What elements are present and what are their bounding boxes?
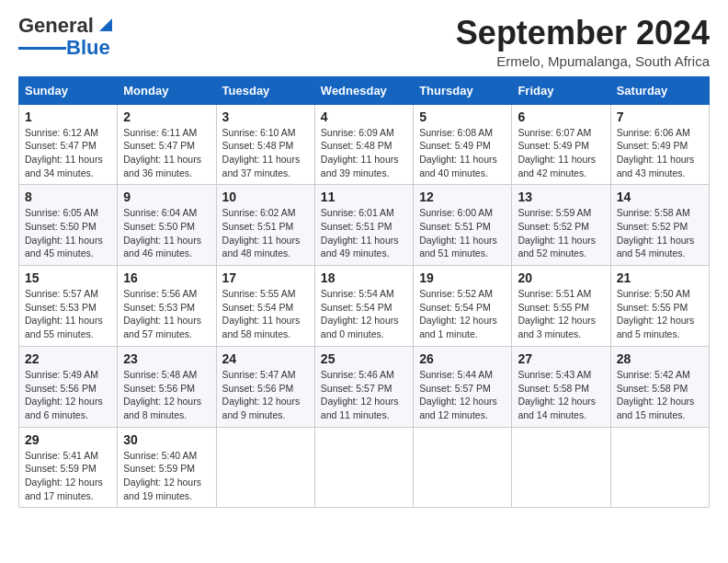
table-row — [414, 427, 512, 508]
calendar-week-row: 22Sunrise: 5:49 AMSunset: 5:56 PMDayligh… — [19, 346, 710, 427]
table-row: 5Sunrise: 6:08 AMSunset: 5:49 PMDaylight… — [414, 104, 512, 185]
table-row: 28Sunrise: 5:42 AMSunset: 5:58 PMDayligh… — [610, 346, 709, 427]
col-wednesday: Wednesday — [314, 76, 413, 104]
table-row: 27Sunrise: 5:43 AMSunset: 5:58 PMDayligh… — [512, 346, 610, 427]
svg-marker-0 — [99, 18, 112, 31]
day-number: 2 — [123, 109, 210, 124]
table-row: 6Sunrise: 6:07 AMSunset: 5:49 PMDaylight… — [512, 104, 610, 185]
table-row: 12Sunrise: 6:00 AMSunset: 5:51 PMDayligh… — [414, 185, 512, 266]
day-info: Sunrise: 5:55 AMSunset: 5:54 PMDaylight:… — [222, 287, 309, 341]
day-number: 28 — [617, 351, 703, 366]
day-info: Sunrise: 6:12 AMSunset: 5:47 PMDaylight:… — [25, 126, 111, 180]
table-row: 19Sunrise: 5:52 AMSunset: 5:54 PMDayligh… — [414, 266, 512, 347]
day-number: 21 — [617, 270, 703, 285]
calendar-week-row: 15Sunrise: 5:57 AMSunset: 5:53 PMDayligh… — [19, 266, 710, 347]
day-info: Sunrise: 5:41 AMSunset: 5:59 PMDaylight:… — [25, 449, 111, 503]
day-info: Sunrise: 5:58 AMSunset: 5:52 PMDaylight:… — [617, 206, 703, 260]
table-row: 26Sunrise: 5:44 AMSunset: 5:57 PMDayligh… — [414, 346, 512, 427]
table-row: 10Sunrise: 6:02 AMSunset: 5:51 PMDayligh… — [216, 185, 314, 266]
col-sunday: Sunday — [19, 76, 118, 104]
table-row: 17Sunrise: 5:55 AMSunset: 5:54 PMDayligh… — [216, 266, 314, 347]
day-number: 4 — [321, 109, 407, 124]
day-info: Sunrise: 5:59 AMSunset: 5:52 PMDaylight:… — [518, 206, 604, 260]
day-number: 29 — [25, 432, 111, 447]
table-row: 13Sunrise: 5:59 AMSunset: 5:52 PMDayligh… — [512, 185, 610, 266]
table-row: 18Sunrise: 5:54 AMSunset: 5:54 PMDayligh… — [314, 266, 413, 347]
table-row — [610, 427, 709, 508]
day-number: 6 — [518, 109, 604, 124]
day-info: Sunrise: 6:07 AMSunset: 5:49 PMDaylight:… — [518, 126, 604, 180]
table-row — [216, 427, 314, 508]
day-info: Sunrise: 6:09 AMSunset: 5:48 PMDaylight:… — [321, 126, 407, 180]
day-number: 7 — [617, 109, 703, 124]
day-info: Sunrise: 6:04 AMSunset: 5:50 PMDaylight:… — [123, 206, 210, 260]
col-friday: Friday — [512, 76, 610, 104]
day-info: Sunrise: 5:40 AMSunset: 5:59 PMDaylight:… — [123, 449, 210, 503]
day-info: Sunrise: 5:43 AMSunset: 5:58 PMDaylight:… — [518, 368, 604, 422]
table-row: 7Sunrise: 6:06 AMSunset: 5:49 PMDaylight… — [610, 104, 709, 185]
day-number: 16 — [123, 270, 210, 285]
table-row — [314, 427, 413, 508]
page: General Blue September 2024 Ermelo, Mpum… — [0, 0, 728, 523]
day-number: 9 — [123, 190, 210, 204]
day-info: Sunrise: 5:42 AMSunset: 5:58 PMDaylight:… — [617, 368, 703, 422]
table-row: 8Sunrise: 6:05 AMSunset: 5:50 PMDaylight… — [19, 185, 118, 266]
day-info: Sunrise: 6:01 AMSunset: 5:51 PMDaylight:… — [321, 206, 407, 260]
table-row: 20Sunrise: 5:51 AMSunset: 5:55 PMDayligh… — [512, 266, 610, 347]
day-info: Sunrise: 6:08 AMSunset: 5:49 PMDaylight:… — [419, 126, 506, 180]
day-info: Sunrise: 5:56 AMSunset: 5:53 PMDaylight:… — [123, 287, 210, 341]
logo-blue-text: Blue — [66, 37, 110, 59]
table-row: 9Sunrise: 6:04 AMSunset: 5:50 PMDaylight… — [118, 185, 216, 266]
table-row: 2Sunrise: 6:11 AMSunset: 5:47 PMDaylight… — [118, 104, 216, 185]
day-number: 24 — [222, 351, 309, 366]
col-thursday: Thursday — [414, 76, 512, 104]
day-info: Sunrise: 6:10 AMSunset: 5:48 PMDaylight:… — [222, 126, 309, 180]
table-row — [512, 427, 610, 508]
day-info: Sunrise: 5:54 AMSunset: 5:54 PMDaylight:… — [321, 287, 407, 341]
table-row: 23Sunrise: 5:48 AMSunset: 5:56 PMDayligh… — [118, 346, 216, 427]
day-info: Sunrise: 6:11 AMSunset: 5:47 PMDaylight:… — [123, 126, 210, 180]
day-number: 8 — [25, 190, 111, 204]
table-row: 29Sunrise: 5:41 AMSunset: 5:59 PMDayligh… — [19, 427, 118, 508]
day-info: Sunrise: 5:48 AMSunset: 5:56 PMDaylight:… — [123, 368, 210, 422]
day-number: 19 — [419, 270, 506, 285]
col-tuesday: Tuesday — [216, 76, 314, 104]
table-row: 21Sunrise: 5:50 AMSunset: 5:55 PMDayligh… — [610, 266, 709, 347]
day-info: Sunrise: 5:52 AMSunset: 5:54 PMDaylight:… — [419, 287, 506, 341]
logo-text: General — [18, 15, 94, 37]
day-info: Sunrise: 5:51 AMSunset: 5:55 PMDaylight:… — [518, 287, 604, 341]
day-info: Sunrise: 6:00 AMSunset: 5:51 PMDaylight:… — [419, 206, 506, 260]
day-info: Sunrise: 6:06 AMSunset: 5:49 PMDaylight:… — [617, 126, 703, 180]
table-row: 25Sunrise: 5:46 AMSunset: 5:57 PMDayligh… — [314, 346, 413, 427]
calendar-table: Sunday Monday Tuesday Wednesday Thursday… — [18, 76, 710, 509]
day-number: 3 — [222, 109, 309, 124]
day-number: 11 — [321, 190, 407, 204]
logo: General Blue — [18, 15, 116, 59]
day-number: 12 — [419, 190, 506, 204]
table-row: 1Sunrise: 6:12 AMSunset: 5:47 PMDaylight… — [19, 104, 118, 185]
day-number: 15 — [25, 270, 111, 285]
day-info: Sunrise: 6:05 AMSunset: 5:50 PMDaylight:… — [25, 206, 111, 260]
day-number: 23 — [123, 351, 210, 366]
table-row: 24Sunrise: 5:47 AMSunset: 5:56 PMDayligh… — [216, 346, 314, 427]
title-block: September 2024 Ermelo, Mpumalanga, South… — [456, 15, 710, 69]
table-row: 15Sunrise: 5:57 AMSunset: 5:53 PMDayligh… — [19, 266, 118, 347]
table-row: 11Sunrise: 6:01 AMSunset: 5:51 PMDayligh… — [314, 185, 413, 266]
table-row: 30Sunrise: 5:40 AMSunset: 5:59 PMDayligh… — [118, 427, 216, 508]
day-info: Sunrise: 6:02 AMSunset: 5:51 PMDaylight:… — [222, 206, 309, 260]
calendar-week-row: 1Sunrise: 6:12 AMSunset: 5:47 PMDaylight… — [19, 104, 710, 185]
day-number: 25 — [321, 351, 407, 366]
day-number: 13 — [518, 190, 604, 204]
calendar-week-row: 8Sunrise: 6:05 AMSunset: 5:50 PMDaylight… — [19, 185, 710, 266]
table-row: 3Sunrise: 6:10 AMSunset: 5:48 PMDaylight… — [216, 104, 314, 185]
col-monday: Monday — [118, 76, 216, 104]
day-number: 10 — [222, 190, 309, 204]
day-number: 26 — [419, 351, 506, 366]
page-subtitle: Ermelo, Mpumalanga, South Africa — [456, 53, 710, 69]
table-row: 4Sunrise: 6:09 AMSunset: 5:48 PMDaylight… — [314, 104, 413, 185]
day-number: 20 — [518, 270, 604, 285]
day-info: Sunrise: 5:49 AMSunset: 5:56 PMDaylight:… — [25, 368, 111, 422]
day-info: Sunrise: 5:44 AMSunset: 5:57 PMDaylight:… — [419, 368, 506, 422]
day-number: 22 — [25, 351, 111, 366]
day-number: 1 — [25, 109, 111, 124]
